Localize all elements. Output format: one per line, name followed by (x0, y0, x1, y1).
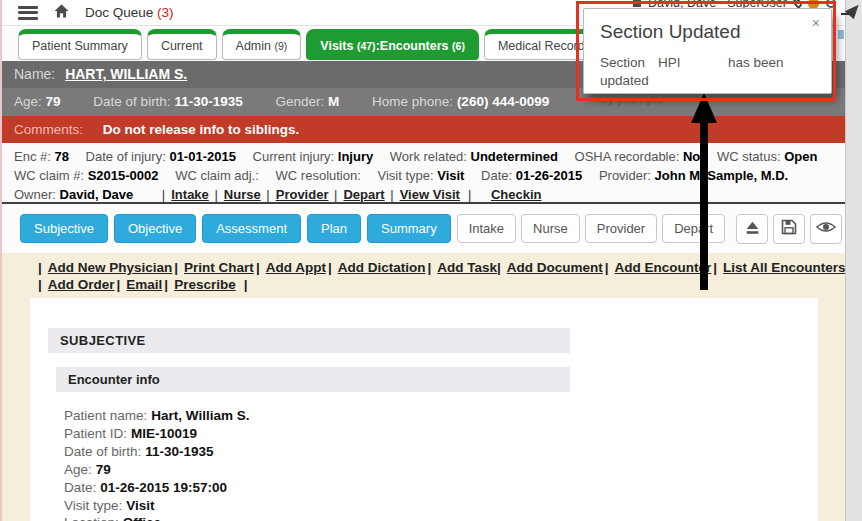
popup-close-icon[interactable]: × (812, 15, 820, 31)
encounter-row-1: Enc #: 78 Date of injury: 01-01-2015 Cur… (14, 147, 845, 166)
detail-row: Patient name:Hart, William S. (64, 407, 818, 425)
annotation-arrow-shaft (700, 118, 708, 290)
objective-button[interactable]: Objective (114, 214, 196, 243)
work-area: Add New PhysicianPrint ChartAdd ApptAdd … (0, 253, 845, 521)
detail-row: Visit type:Visit (64, 497, 818, 515)
encounter-details: Patient name:Hart, William S. Patient ID… (64, 407, 818, 521)
depart-button[interactable]: Depart (662, 214, 725, 243)
toolbar-right-group: Intake Nurse Provider Depart (457, 214, 862, 244)
tab-patient-summary[interactable]: Patient Summary (18, 29, 142, 60)
add-document-link[interactable]: Add Document (507, 260, 603, 275)
plan-button[interactable]: Plan (307, 214, 361, 243)
list-all-encounters-link[interactable]: List All Encounters (723, 260, 846, 275)
home-phone-pair: Home phone: (260) 444-0099 (372, 94, 565, 109)
mouse-cursor-tail (841, 13, 852, 15)
gender-pair: Gender: M (275, 94, 355, 109)
add-task-link[interactable]: Add Task (437, 260, 497, 275)
action-links-right: Add DocumentAdd EncounterList All Encoun… (495, 260, 857, 275)
view-button[interactable] (810, 214, 842, 244)
checkin-link[interactable]: Checkin (491, 187, 542, 202)
encounter-row-2: WC claim #: S2015-0002 WC claim adj.: WC… (14, 166, 845, 185)
window-left-edge (0, 0, 2, 521)
prescribe-link[interactable]: Prescribe (174, 277, 236, 292)
tab-admin[interactable]: Admin (9) (222, 29, 302, 60)
add-order-link[interactable]: Add Order (48, 277, 115, 292)
popup-updated-by: by jsample (600, 91, 665, 106)
add-new-physician-link[interactable]: Add New Physician (48, 260, 173, 275)
popup-title: Section Updated (600, 21, 741, 43)
provider-link[interactable]: Provider (276, 187, 329, 202)
save-icon (781, 219, 797, 238)
hamburger-menu-icon[interactable] (18, 6, 38, 20)
nurse-button[interactable]: Nurse (521, 214, 580, 243)
breadcrumb[interactable]: Doc Queue (3) (85, 5, 174, 20)
intake-link[interactable]: Intake (171, 187, 209, 202)
logout-icon[interactable] (826, 0, 836, 8)
note-toolbar: Subjective Objective Assessment Plan Sum… (0, 204, 845, 253)
detail-row: Date of birth:11-30-1935 (64, 443, 818, 461)
view-visit-link[interactable]: View Visit (400, 187, 460, 202)
popup-body: SectionHPIhas been updated by jsample (600, 54, 831, 108)
comments-text: Do not release info to siblings. (103, 122, 300, 137)
action-links-row-1: Add New PhysicianPrint ChartAdd ApptAdd … (0, 253, 845, 275)
save-button[interactable] (773, 214, 805, 244)
print-chart-link[interactable]: Print Chart (184, 260, 254, 275)
depart-link[interactable]: Depart (343, 187, 384, 202)
eject-button[interactable] (736, 214, 768, 244)
encounter-info-header: Encounter info (56, 367, 570, 392)
comments-alert-bar: Comments: Do not release info to sibling… (0, 116, 845, 143)
encounter-stage-links: Intake Nurse Provider Depart View Visit … (160, 187, 542, 202)
email-link[interactable]: Email (126, 277, 162, 292)
summary-button[interactable]: Summary (367, 214, 451, 243)
doc-queue-label[interactable]: Doc Queue (85, 5, 153, 20)
encounter-info-strip: Enc #: 78 Date of injury: 01-01-2015 Cur… (0, 143, 845, 202)
eject-icon (744, 220, 761, 238)
patient-name-link[interactable]: HART, WILLIAM S. (65, 66, 187, 82)
add-encounter-link[interactable]: Add Encounter (615, 260, 712, 275)
detail-row: Location:Office (64, 514, 818, 521)
nurse-link[interactable]: Nurse (224, 187, 261, 202)
scrollbar-marker (838, 30, 844, 39)
section-updated-popup: Section Updated × SectionHPIhas been upd… (583, 8, 832, 94)
detail-row: Age:79 (64, 461, 818, 479)
home-icon[interactable] (53, 3, 70, 23)
provider-button[interactable]: Provider (585, 214, 657, 243)
comments-label: Comments: (14, 122, 83, 137)
tab-current[interactable]: Current (147, 29, 217, 60)
add-appt-link[interactable]: Add Appt (266, 260, 326, 275)
popup-section-name: HPI (658, 54, 728, 72)
note-card: SUBJECTIVE Encounter info Patient name:H… (30, 298, 818, 521)
add-dictation-link[interactable]: Add Dictation (338, 260, 426, 275)
name-label: Name: (14, 66, 55, 82)
detail-row: Date:01-26-2015 19:57:00 (64, 479, 818, 497)
intake-button[interactable]: Intake (457, 214, 516, 243)
detail-row: Patient ID:MIE-10019 (64, 425, 818, 443)
eye-icon (816, 220, 836, 237)
action-links-row-2: Add OrderEmailPrescribe (0, 275, 845, 292)
vertical-scrollbar[interactable] (845, 0, 862, 521)
workstation-icon (633, 0, 641, 7)
tab-visits-encounters[interactable]: Visits (47):Encounters (6) (306, 29, 479, 60)
subjective-section-header: SUBJECTIVE (48, 328, 570, 353)
dob-pair: Date of birth: 11-30-1935 (93, 94, 258, 109)
assessment-button[interactable]: Assessment (202, 214, 301, 243)
subjective-button[interactable]: Subjective (20, 214, 108, 243)
doc-queue-count: (3) (157, 5, 174, 20)
age-pair: Age: 79 (14, 94, 77, 109)
